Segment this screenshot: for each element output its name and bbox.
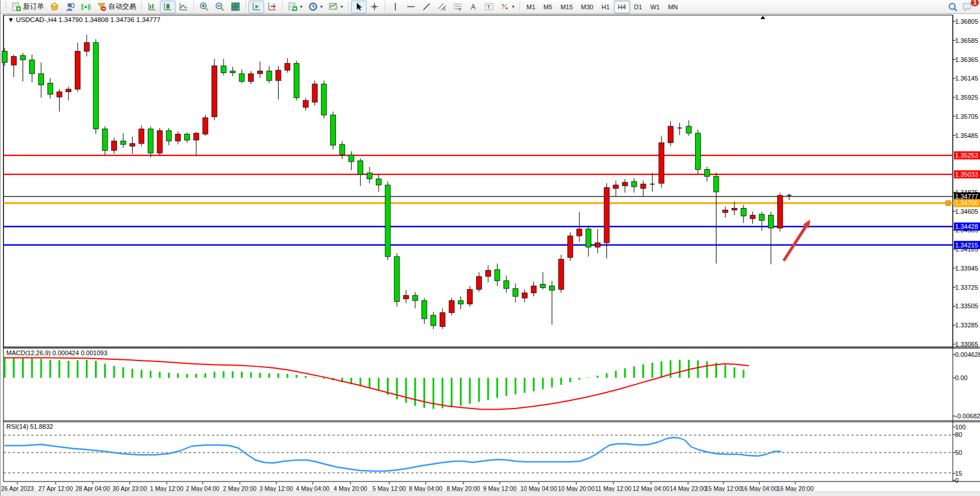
svg-text:1.36585: 1.36585 <box>955 37 978 44</box>
svg-text:1.36145: 1.36145 <box>955 75 978 82</box>
timeframe-button-d1[interactable]: D1 <box>630 1 646 13</box>
svg-text:1.33505: 1.33505 <box>955 302 978 309</box>
timeframe-button-w1[interactable]: W1 <box>646 1 664 13</box>
svg-text:0.00: 0.00 <box>955 374 967 381</box>
templates-icon <box>328 2 338 12</box>
tile-windows-icon <box>231 2 240 12</box>
zoom-in-icon <box>199 2 209 12</box>
profile-icon <box>65 2 75 12</box>
crosshair-tool-button[interactable] <box>367 1 382 13</box>
templates-caret: ▾ <box>341 4 343 9</box>
new-order-label: 新订单 <box>23 2 44 12</box>
bar-chart-type-button[interactable] <box>144 1 160 13</box>
signal-button[interactable] <box>78 1 94 13</box>
text-icon: A <box>469 2 478 12</box>
arrows-caret: ▾ <box>512 4 514 9</box>
svg-text:0: 0 <box>955 477 959 484</box>
timeframe-button-mn[interactable]: MN <box>664 1 682 13</box>
toolbar-right-group: 1 <box>948 2 980 12</box>
indicators-icon <box>288 2 298 12</box>
svg-text:▼ USDCAD-,H4 1.34790 1.34808: ▼ USDCAD-,H4 1.34790 1.34808 1.34736 1.3… <box>8 16 160 23</box>
channel-icon: E <box>437 2 447 12</box>
templates-button[interactable]: ▾ <box>326 1 346 13</box>
svg-text:1.34700: 1.34700 <box>955 199 978 206</box>
notifications-button[interactable]: 1 <box>962 2 975 12</box>
indicators-caret: ▾ <box>300 4 302 9</box>
toolbar-grip[interactable] <box>5 2 7 12</box>
notification-badge: 1 <box>971 0 979 6</box>
svg-text:A: A <box>471 3 476 11</box>
text-label-tool-button[interactable]: T <box>481 1 497 13</box>
auto-trading-button[interactable]: 自动交易 <box>94 1 139 13</box>
profile-button[interactable] <box>63 1 78 13</box>
chart-shift-icon <box>267 2 277 12</box>
zoom-in-button[interactable] <box>196 1 212 13</box>
svg-text:1.34777: 1.34777 <box>955 193 978 200</box>
search-icon[interactable] <box>948 2 957 12</box>
auto-trading-label: 自动交易 <box>108 2 136 12</box>
toolbar-separator <box>141 2 142 12</box>
svg-text:1.33285: 1.33285 <box>955 322 978 329</box>
cursor-tool-button[interactable] <box>351 1 367 13</box>
svg-text:1.34215: 1.34215 <box>955 242 978 249</box>
zoom-out-icon <box>215 2 225 12</box>
new-order-button[interactable]: 新订单 <box>9 1 47 13</box>
timeframe-button-h4[interactable]: H4 <box>614 1 630 13</box>
svg-text:80: 80 <box>955 431 962 438</box>
periods-button[interactable]: ▾ <box>305 1 326 13</box>
svg-text:0.004628: 0.004628 <box>955 351 980 358</box>
fibonacci-tool-button[interactable]: F <box>450 1 466 13</box>
text-tool-button[interactable]: A <box>466 1 481 13</box>
svg-text:T: T <box>487 4 491 10</box>
trendline-tool-button[interactable] <box>419 1 434 13</box>
svg-text:1.33065: 1.33065 <box>955 341 978 348</box>
svg-text:100: 100 <box>955 424 966 431</box>
market-watch-button[interactable] <box>47 1 63 13</box>
timeframe-button-m15[interactable]: M15 <box>557 1 577 13</box>
toolbar-separator <box>282 2 283 12</box>
toolbar-separator <box>246 2 246 12</box>
chart-canvas[interactable]: 1.368051.365851.363651.361451.359251.357… <box>1 14 980 496</box>
svg-text:MACD(12,26,9) 0.000424 0.00109: MACD(12,26,9) 0.000424 0.001093 <box>6 349 107 356</box>
svg-text:1.34605: 1.34605 <box>955 208 978 215</box>
chart-window[interactable]: 1.368051.365851.363651.361451.359251.357… <box>1 14 980 496</box>
arrows-icon <box>500 2 510 12</box>
svg-text:-0.006825: -0.006825 <box>955 413 980 420</box>
arrows-tool-button[interactable]: ▾ <box>497 1 517 13</box>
timeframe-button-m1[interactable]: M1 <box>522 1 539 13</box>
channel-tool-button[interactable]: E <box>434 1 450 13</box>
toolbar-separator <box>520 2 520 12</box>
timeframe-button-m30[interactable]: M30 <box>577 1 597 13</box>
vertical-line-icon <box>390 2 400 12</box>
auto-scroll-button[interactable] <box>248 1 264 13</box>
svg-text:1.35033: 1.35033 <box>955 171 978 178</box>
chart-shift-button[interactable] <box>264 1 280 13</box>
line-chart-type-button[interactable] <box>175 1 191 13</box>
fibonacci-icon: F <box>453 2 463 12</box>
candlestick-chart-type-button[interactable] <box>160 1 175 13</box>
crosshair-icon <box>370 2 379 12</box>
svg-text:1.33945: 1.33945 <box>955 265 978 272</box>
line-chart-icon <box>178 2 188 12</box>
timeframe-button-h1[interactable]: H1 <box>597 1 613 13</box>
status-bar <box>1 491 980 496</box>
svg-text:50: 50 <box>955 449 962 456</box>
horizontal-line-tool-button[interactable] <box>403 1 419 13</box>
new-order-icon <box>12 2 21 12</box>
svg-text:F: F <box>459 8 461 12</box>
svg-text:15: 15 <box>955 470 962 477</box>
periods-caret: ▾ <box>320 4 323 9</box>
zoom-out-button[interactable] <box>212 1 228 13</box>
trendline-icon <box>422 2 432 12</box>
candlestick-icon <box>163 2 173 12</box>
vertical-line-tool-button[interactable] <box>387 1 403 13</box>
toolbar-separator <box>348 2 349 12</box>
timeframe-button-m5[interactable]: M5 <box>539 1 556 13</box>
svg-text:1.33725: 1.33725 <box>955 284 978 291</box>
horizontal-line-icon <box>406 2 416 12</box>
tile-windows-button[interactable] <box>228 1 243 13</box>
bar-chart-icon <box>147 2 157 12</box>
signal-icon <box>81 2 91 12</box>
indicators-button[interactable]: ▾ <box>285 1 305 13</box>
svg-text:RSI(14) 51.8832: RSI(14) 51.8832 <box>6 423 53 430</box>
